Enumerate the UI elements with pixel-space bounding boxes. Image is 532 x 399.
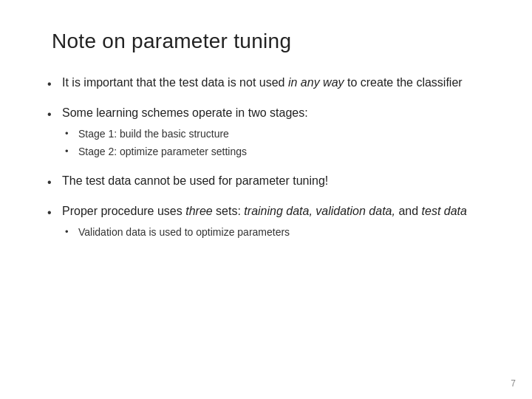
list-item: • Some learning schemes operate in two s… xyxy=(44,104,488,163)
sub-bullet-text: Stage 2: optimize parameter settings xyxy=(78,144,247,159)
bullet-text: It is important that the test data is no… xyxy=(62,74,488,92)
bullet-text: Some learning schemes operate in two sta… xyxy=(62,104,488,163)
bullet-text: Proper procedure uses three sets: traini… xyxy=(62,202,488,242)
page-number: 7 xyxy=(511,378,516,389)
slide-title: Note on parameter tuning xyxy=(44,30,488,53)
list-item: • Validation data is used to optimize pa… xyxy=(65,225,488,239)
sub-bullet-dot: • xyxy=(65,145,78,159)
bullet-dot: • xyxy=(47,106,62,124)
sub-bullet-text: Validation data is used to optimize para… xyxy=(78,225,290,239)
sub-bullet-text: Stage 1: build the basic structure xyxy=(78,126,229,141)
bullet-dot: • xyxy=(47,204,62,222)
list-item: • Stage 2: optimize parameter settings xyxy=(65,144,488,159)
list-item: • Stage 1: build the basic structure xyxy=(65,126,488,141)
list-item: • Proper procedure uses three sets: trai… xyxy=(44,202,488,242)
sub-bullet-dot: • xyxy=(65,127,78,141)
sub-bullet-list: • Stage 1: build the basic structure • S… xyxy=(65,126,488,160)
list-item: • It is important that the test data is … xyxy=(44,74,488,94)
bullet-text: The test data cannot be used for paramet… xyxy=(62,172,488,190)
bullet-dot: • xyxy=(47,174,62,192)
bullet-dot: • xyxy=(47,75,62,94)
slide-content: • It is important that the test data is … xyxy=(44,74,488,242)
sub-bullet-list: • Validation data is used to optimize pa… xyxy=(65,225,488,239)
sub-bullet-dot: • xyxy=(65,225,78,239)
main-bullet-list: • It is important that the test data is … xyxy=(44,74,488,242)
slide: Note on parameter tuning • It is importa… xyxy=(0,0,532,399)
list-item: • The test data cannot be used for param… xyxy=(44,172,488,192)
